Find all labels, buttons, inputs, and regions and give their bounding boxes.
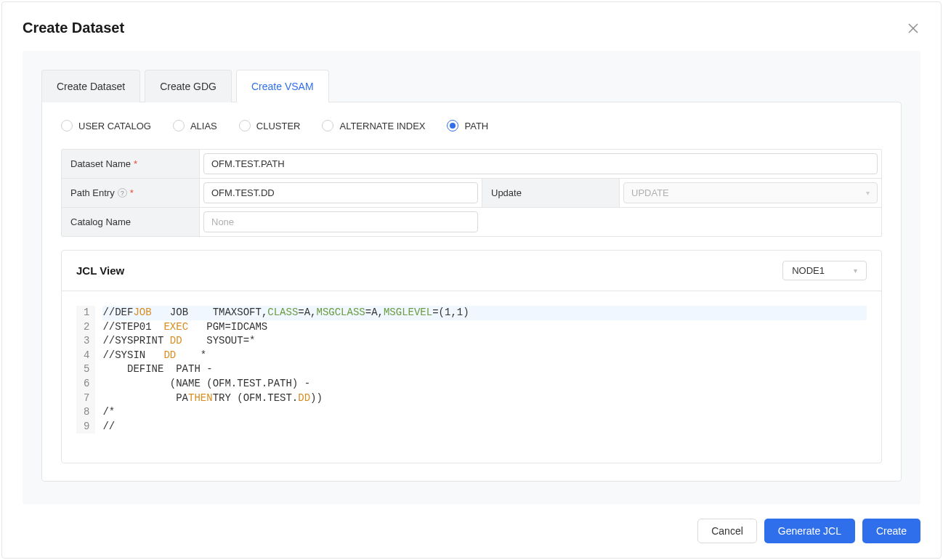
tab-panel-create-vsam: USER CATALOG ALIAS CLUSTER ALTERNATE IND… [41,102,902,482]
jcl-title: JCL View [76,264,124,277]
label-dataset-name: Dataset Name * [62,150,200,178]
value-path-entry [200,179,482,207]
value-update: UPDATE ▾ [620,179,881,207]
code-line: /* [102,405,867,420]
close-icon[interactable] [906,21,920,36]
radio-label: CLUSTER [256,121,301,131]
label-text: Path Entry [70,187,115,198]
label-update: Update [482,179,620,207]
modal-title: Create Dataset [23,20,124,36]
update-select[interactable]: UPDATE ▾ [623,182,878,203]
radio-alternate-index[interactable]: ALTERNATE INDEX [322,120,425,131]
node-select[interactable]: NODE1 ▾ [782,261,867,280]
line-number: 2 [84,320,89,335]
line-number: 6 [84,377,89,391]
value-dataset-name [200,150,881,178]
dataset-name-input[interactable] [203,153,878,174]
code-line: //STEP01 EXEC PGM=IDCAMS [102,320,867,335]
line-number: 5 [84,362,89,377]
radio-icon [322,120,333,131]
radio-label: USER CATALOG [78,121,151,131]
line-number: 9 [84,420,89,434]
line-number: 7 [84,391,89,406]
jcl-body: 1 2 3 4 5 6 7 8 9 //DEFJOB JOB TMAXSOFT,… [62,291,881,463]
row-dataset-name: Dataset Name * [62,150,881,179]
code-line: //SYSPRINT DD SYSOUT=* [102,334,867,349]
code-line: PATHENTRY (OFM.TEST.DD)) [102,391,867,406]
vsam-type-radio-group: USER CATALOG ALIAS CLUSTER ALTERNATE IND… [61,120,882,131]
jcl-code-editor[interactable]: 1 2 3 4 5 6 7 8 9 //DEFJOB JOB TMAXSOFT,… [76,306,867,434]
modal-body: Create Dataset Create GDG Create VSAM US… [23,51,920,504]
code-line: (NAME (OFM.TEST.PATH) - [102,377,867,391]
form-table: Dataset Name * Path Entry ? * [61,149,882,237]
line-number-gutter: 1 2 3 4 5 6 7 8 9 [76,306,95,434]
create-dataset-modal: Create Dataset Create Dataset Create GDG… [1,1,942,559]
line-number: 1 [84,306,89,320]
label-catalog-name: Catalog Name [62,208,200,236]
radio-icon [173,120,185,131]
modal-header: Create Dataset [2,2,941,51]
radio-label: ALTERNATE INDEX [339,121,425,131]
help-icon[interactable]: ? [118,188,127,198]
catalog-name-input[interactable] [203,211,478,232]
node-select-value: NODE1 [792,265,825,276]
line-number: 4 [84,349,89,363]
code-line: //SYSIN DD * [102,349,867,363]
row-catalog-name: Catalog Name [62,208,881,236]
radio-icon [239,120,251,131]
code-line: //DEFJOB JOB TMAXSOFT,CLASS=A,MSGCLASS=A… [102,306,867,320]
tab-list: Create Dataset Create GDG Create VSAM [41,70,902,102]
radio-icon [61,120,73,131]
radio-path[interactable]: PATH [447,120,488,131]
jcl-header: JCL View NODE1 ▾ [62,251,881,291]
radio-label: ALIAS [190,121,217,131]
chevron-down-icon: ▾ [866,189,870,197]
tab-create-gdg[interactable]: Create GDG [145,70,232,102]
label-path-entry: Path Entry ? * [62,179,200,207]
row-path-entry: Path Entry ? * Update UPDATE ▾ [62,179,881,208]
tab-create-dataset[interactable]: Create Dataset [41,70,140,102]
radio-user-catalog[interactable]: USER CATALOG [61,120,151,131]
label-text: Catalog Name [70,216,131,227]
split-update: Update UPDATE ▾ [482,179,881,207]
path-entry-input[interactable] [203,182,478,203]
radio-label: PATH [464,121,488,131]
chevron-down-icon: ▾ [854,267,857,275]
select-value: UPDATE [631,187,669,198]
create-button[interactable]: Create [862,519,920,543]
code-content: //DEFJOB JOB TMAXSOFT,CLASS=A,MSGCLASS=A… [95,306,867,434]
generate-jcl-button[interactable]: Generate JCL [764,519,855,543]
code-line: // [102,420,867,434]
radio-icon [447,120,458,131]
line-number: 3 [84,334,89,349]
tab-create-vsam[interactable]: Create VSAM [236,70,329,102]
code-line: DEFINE PATH - [102,362,867,377]
radio-cluster[interactable]: CLUSTER [239,120,301,131]
jcl-view-panel: JCL View NODE1 ▾ 1 2 3 4 5 6 [61,250,882,463]
required-marker: * [130,187,134,198]
cancel-button[interactable]: Cancel [697,519,757,543]
line-number: 8 [84,405,89,420]
modal-footer: Cancel Generate JCL Create [2,504,941,558]
radio-alias[interactable]: ALIAS [173,120,217,131]
required-marker: * [134,158,137,169]
value-catalog-name [200,208,881,236]
label-text: Dataset Name [70,158,131,169]
